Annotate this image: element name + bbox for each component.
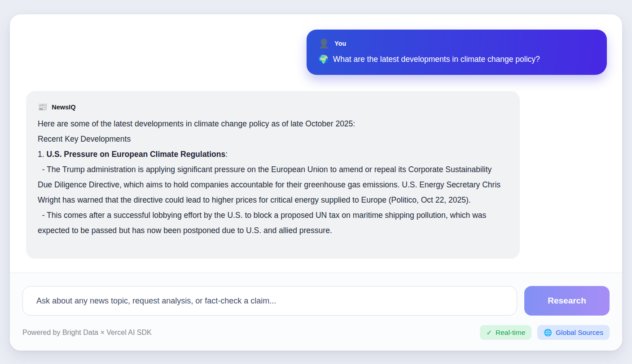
user-message-row: 🌍 What are the latest developments in cl… [318, 55, 595, 64]
composer-section: Research Powered by Bright Data × Vercel… [10, 273, 622, 351]
assistant-paragraph: 1. U.S. Pressure on European Climate Reg… [38, 147, 508, 162]
assistant-header: 📰 NewsIQ [38, 103, 508, 111]
powered-by-text: Powered by Bright Data × Vercel AI SDK [22, 329, 152, 337]
assistant-sender-label: NewsIQ [52, 104, 75, 111]
footer-badges: ✓Real-time🌐Global Sources [480, 325, 610, 340]
assistant-paragraph: - This comes after a successful lobbying… [38, 208, 508, 238]
user-message-bubble: 👤 You 🌍 What are the latest developments… [307, 30, 607, 75]
user-message-text: What are the latest developments in clim… [333, 55, 540, 64]
main-app-card: 👤 You 🌍 What are the latest developments… [10, 14, 622, 351]
badge-label: Real-time [496, 329, 525, 337]
globe-icon: 🌍 [318, 55, 329, 64]
check-icon: ✓ [486, 329, 492, 336]
assistant-paragraph: Recent Key Developments [38, 131, 508, 147]
user-avatar-icon: 👤 [318, 39, 329, 48]
assistant-paragraph: - The Trump administration is applying s… [38, 162, 508, 208]
composer-row: Research [22, 286, 610, 316]
question-input[interactable] [22, 286, 517, 316]
assistant-message-card: 📰 NewsIQ Here are some of the latest dev… [26, 91, 520, 259]
research-button[interactable]: Research [524, 286, 610, 316]
assistant-paragraphs: Here are some of the latest developments… [38, 116, 508, 238]
assistant-paragraph: Here are some of the latest developments… [38, 116, 508, 131]
chat-scroll-area[interactable]: 👤 You 🌍 What are the latest developments… [10, 14, 622, 273]
user-sender-row: 👤 You [318, 39, 595, 48]
newspaper-icon: 📰 [38, 103, 47, 111]
globe-meridians-icon: 🌐 [544, 329, 552, 336]
badge-global-sources: 🌐Global Sources [537, 325, 610, 340]
badge-real-time: ✓Real-time [480, 325, 531, 340]
badge-label: Global Sources [556, 329, 603, 337]
user-sender-label: You [334, 40, 346, 47]
footer-row: Powered by Bright Data × Vercel AI SDK ✓… [22, 325, 610, 340]
